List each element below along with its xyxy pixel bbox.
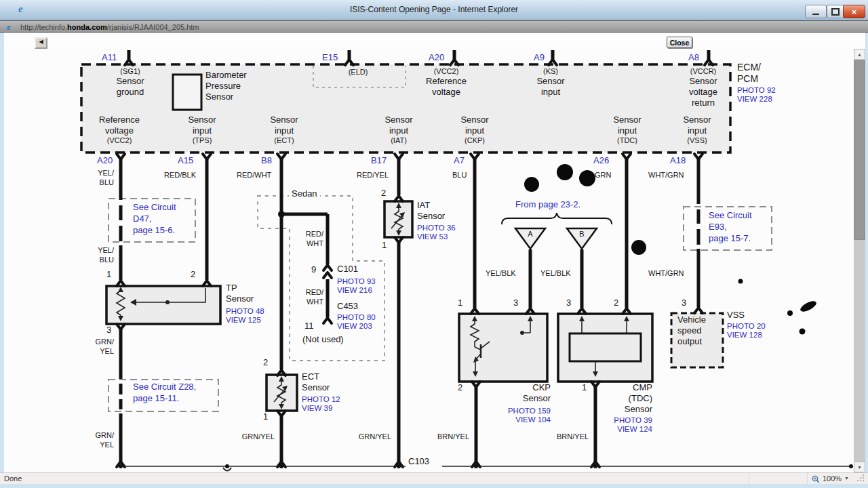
sg1-code: (SG1)	[120, 67, 140, 77]
c101-photo-view-ref[interactable]: PHOTO 93 VIEW 216	[337, 277, 376, 294]
ecm-fn-code: (CKP)	[465, 136, 485, 146]
scroll-down-icon: ▼	[857, 465, 862, 470]
pin-label-a7: A7	[454, 155, 465, 166]
ecm-fn-label: Sensor input	[188, 115, 216, 136]
close-page-button[interactable]: Close	[667, 37, 692, 48]
vcc2-code: (VCC2)	[434, 67, 459, 77]
wire-color-grn-yel-3: GRN/YEL	[242, 432, 275, 442]
scroll-up-icon: ▲	[857, 52, 862, 57]
resize-grip[interactable]	[863, 480, 864, 481]
status-separator	[807, 473, 808, 484]
cmp-pin-1: 1	[582, 382, 587, 393]
status-separator	[749, 473, 749, 484]
pin-label-a15: A15	[178, 155, 193, 166]
window-border-bottom	[0, 484, 868, 488]
page-content	[4, 49, 854, 472]
browser-window: e ISIS-Content Opening Page - Internet E…	[0, 0, 868, 488]
wire-color-blu: BLU	[452, 171, 467, 180]
sensor-voltage-return-label: Sensor voltage return	[689, 76, 717, 108]
wire-color-yel-blk-2: YEL/BLK	[540, 269, 571, 279]
vss-photo-view-ref[interactable]: PHOTO 20 VIEW 128	[727, 322, 766, 339]
zoom-caret-icon[interactable]: ▼	[844, 476, 849, 481]
ckp-pin-2: 2	[458, 382, 462, 393]
wire-color-grn-yel-4: GRN/YEL	[359, 432, 391, 442]
wire-color-red-wht-2: RED/ WHT	[306, 288, 323, 306]
wire-color-wht-grn: WHT/GRN	[648, 171, 684, 180]
ecm-fn-code: (IAT)	[391, 136, 407, 146]
ckp-photo-view-ref[interactable]: PHOTO 159 VIEW 104	[490, 407, 551, 424]
scroll-thumb[interactable]	[854, 60, 865, 240]
wire-color-wht-grn-2: WHT/GRN	[648, 269, 684, 279]
tp-pin-2: 2	[191, 269, 195, 280]
back-button[interactable]: ◀	[35, 37, 47, 49]
tp-photo-view-ref[interactable]: PHOTO 48 VIEW 125	[226, 307, 264, 324]
triangle-b-label: B	[579, 230, 584, 239]
ecm-fn-code: (VCC2)	[107, 136, 132, 146]
ect-pin-1: 1	[263, 411, 268, 422]
from-page-ref[interactable]: From page 23-2.	[515, 199, 580, 210]
ckp-pin-1: 1	[458, 298, 462, 308]
ecm-fn-label: Sensor input	[613, 115, 641, 136]
ect-photo-view-ref[interactable]: PHOTO 12 VIEW 39	[302, 395, 340, 412]
wire-color-grn-yel-2: GRN/ YEL	[96, 431, 115, 449]
iat-sensor-name: IAT Sensor	[417, 200, 445, 222]
maximize-button[interactable]	[827, 5, 844, 18]
minimize-icon	[812, 14, 819, 15]
cmp-pin-3: 3	[566, 298, 571, 308]
eld-code: (ELD)	[349, 68, 368, 77]
ecm-photo-view-ref[interactable]: PHOTO 92 VIEW 228	[737, 86, 776, 103]
see-circuit-z28-ref[interactable]: See Circuit Z28, page 15-11.	[133, 381, 196, 404]
iat-pin-1: 1	[382, 240, 387, 251]
ks-sensor-input-label: Sensor input	[536, 76, 564, 98]
c101-label: C101	[337, 264, 358, 274]
vss-name: VSS	[727, 310, 745, 321]
title-bar: e ISIS-Content Opening Page - Internet E…	[0, 0, 868, 20]
cmp-pin-2: 2	[614, 298, 618, 308]
c453-photo-view-ref[interactable]: PHOTO 80 VIEW 203	[337, 313, 376, 330]
sensor-ground-label: Sensor ground	[116, 76, 144, 98]
vss-pin-3: 3	[682, 298, 686, 308]
wire-color-yel-blk-1: YEL/BLK	[486, 269, 516, 279]
close-window-button[interactable]: ×	[843, 5, 865, 18]
zoom-level[interactable]: 100%	[823, 474, 842, 483]
page-toolbar: ◀ Close	[4, 33, 865, 49]
wire-color-grn: GRN	[595, 171, 611, 180]
ecm-fn-label: Sensor input	[683, 115, 711, 136]
c101-pin-9: 9	[311, 264, 316, 275]
ecm-fn-code: (VSS)	[687, 136, 707, 146]
scroll-up-button[interactable]: ▲	[854, 49, 865, 60]
wire-color-yel-blu: YEL/ BLU	[98, 169, 114, 187]
scroll-down-button[interactable]: ▼	[854, 462, 865, 472]
wire-color-red-yel: RED/YEL	[357, 171, 389, 180]
tp-pin-1: 1	[106, 269, 111, 280]
ect-sensor-name: ECT Sensor	[302, 371, 330, 393]
pin-label-a20: A20	[97, 155, 113, 166]
pin-label-a20-top: A20	[429, 52, 444, 63]
ecm-fn-code: (ECT)	[274, 136, 294, 146]
pin-label-a18: A18	[670, 155, 686, 166]
window-title: ISIS-Content Opening Page - Internet Exp…	[0, 5, 868, 14]
ks-code: (KS)	[543, 67, 558, 77]
reference-voltage-label: Reference voltage	[426, 76, 467, 98]
address-bar[interactable]: e http://techinfo.honda.com/rjanisis/RJA…	[0, 20, 868, 33]
url-field[interactable]: http://techinfo.honda.com/rjanisis/RJAAI…	[20, 23, 199, 31]
minimize-button[interactable]	[805, 5, 827, 18]
triangle-a-label: A	[528, 230, 532, 239]
content-scrollbar[interactable]: ▲ ▼	[854, 49, 865, 472]
not-used-label: (Not used)	[302, 334, 344, 345]
ckp-pin-3: 3	[513, 298, 518, 308]
pin-label-b17: B17	[371, 155, 387, 166]
see-circuit-e93-ref[interactable]: See Circuit E93, page 15-7.	[709, 209, 752, 244]
iat-photo-view-ref[interactable]: PHOTO 36 VIEW 53	[417, 224, 456, 241]
cmp-photo-view-ref[interactable]: PHOTO 39 VIEW 124	[593, 416, 652, 433]
wire-color-red-wht-1: RED/ WHT	[306, 230, 323, 248]
vccr-code: (VCCR)	[690, 67, 717, 77]
pin-label-a26: A26	[593, 155, 609, 166]
tp-pin-3: 3	[106, 325, 111, 336]
see-circuit-d47-ref[interactable]: See Circuit D47, page 15-6.	[133, 201, 176, 236]
wire-color-brn-yel-2: BRN/YEL	[557, 432, 589, 442]
tp-sensor-name: TP Sensor	[226, 283, 254, 304]
pin-label-a9: A9	[534, 52, 545, 63]
ect-pin-2: 2	[263, 357, 268, 368]
close-icon: ×	[852, 7, 857, 16]
